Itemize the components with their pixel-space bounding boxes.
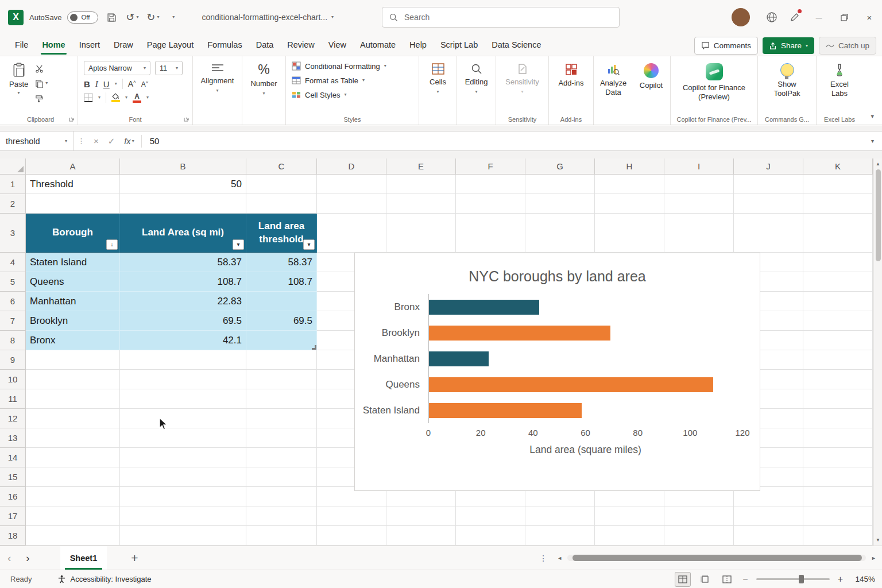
cells-button[interactable]: Cells ▾	[419, 56, 457, 125]
cell-K13[interactable]	[803, 428, 873, 448]
prev-sheet-icon[interactable]: ‹	[0, 552, 18, 563]
bold-button[interactable]: B	[84, 79, 90, 89]
cell-K7[interactable]	[803, 311, 873, 331]
minimize-button[interactable]: ─	[806, 0, 831, 34]
conditional-formatting-button[interactable]: Conditional Formatting ▾	[292, 61, 415, 71]
cell-I17[interactable]	[664, 506, 734, 526]
cell-C14[interactable]	[246, 448, 317, 467]
row-header-8[interactable]: 8	[0, 331, 26, 350]
cell-K17[interactable]	[803, 506, 873, 526]
row-header-14[interactable]: 14	[0, 448, 26, 467]
collapse-ribbon-chevron-icon[interactable]: ▾	[871, 113, 874, 120]
cell-A12[interactable]	[26, 409, 120, 428]
cell-I3[interactable]	[664, 214, 734, 253]
col-header-K[interactable]: K	[803, 158, 873, 175]
zoom-slider[interactable]	[756, 578, 830, 580]
col-header-E[interactable]: E	[386, 158, 456, 175]
col-header-F[interactable]: F	[456, 158, 525, 175]
tab-help[interactable]: Help	[403, 34, 434, 56]
row-header-17[interactable]: 17	[0, 506, 26, 526]
cell-K15[interactable]	[803, 467, 873, 487]
underline-chevron-icon[interactable]: ▾	[115, 82, 117, 86]
cell-B6[interactable]: 22.83	[120, 292, 246, 311]
alignment-button[interactable]: Alignment ▾	[193, 56, 242, 125]
normal-view-icon[interactable]	[675, 572, 691, 587]
cell-C11[interactable]	[246, 389, 317, 409]
row-header-16[interactable]: 16	[0, 487, 26, 506]
cell-B15[interactable]	[120, 467, 246, 487]
col-header-J[interactable]: J	[734, 158, 803, 175]
underline-button[interactable]: U	[103, 79, 110, 89]
chart-bar-brooklyn[interactable]	[429, 326, 610, 341]
vertical-scroll-thumb[interactable]	[876, 169, 881, 261]
cell-C5[interactable]: 108.7	[246, 272, 317, 292]
cell-B8[interactable]: 42.1	[120, 331, 246, 350]
insert-function-icon[interactable]: fx▾	[119, 137, 138, 146]
row-header-12[interactable]: 12	[0, 409, 26, 428]
analyze-data-button[interactable]: Analyze Data	[594, 56, 633, 125]
chart-bar-staten-island[interactable]	[429, 403, 582, 418]
grow-font-button[interactable]: A˄	[128, 79, 136, 88]
cell-A9[interactable]	[26, 350, 120, 370]
table-resize-handle[interactable]	[312, 345, 316, 350]
formula-input[interactable]: 50	[144, 136, 871, 146]
cell-K11[interactable]	[803, 389, 873, 409]
cell-A6[interactable]: Manhattan	[26, 292, 120, 311]
cut-icon[interactable]	[35, 63, 48, 74]
cell-K14[interactable]	[803, 448, 873, 467]
col-header-G[interactable]: G	[525, 158, 595, 175]
cell-K9[interactable]	[803, 350, 873, 370]
cell-B10[interactable]	[120, 370, 246, 389]
expand-formula-bar-chevron-icon[interactable]: ▾	[871, 138, 882, 144]
borders-icon[interactable]	[84, 93, 93, 102]
cell-C16[interactable]	[246, 487, 317, 506]
scroll-down-icon[interactable]: ▼	[876, 535, 880, 546]
cell-E18[interactable]	[386, 526, 456, 546]
cell-K5[interactable]	[803, 272, 873, 292]
row-header-10[interactable]: 10	[0, 370, 26, 389]
chart[interactable]: NYC boroughs by land area BronxBrooklynM…	[354, 253, 760, 491]
cell-H3[interactable]	[595, 214, 664, 253]
filter-icon[interactable]: ▾	[233, 239, 244, 250]
cell-C3[interactable]: Land area threshold▾	[246, 214, 317, 253]
cell-C12[interactable]	[246, 409, 317, 428]
font-color-chevron-icon[interactable]: ▾	[146, 95, 149, 100]
font-color-icon[interactable]: A	[133, 93, 141, 103]
cell-K1[interactable]	[803, 175, 873, 194]
page-break-view-icon[interactable]	[719, 572, 734, 586]
cell-H17[interactable]	[595, 506, 664, 526]
addins-button[interactable]: Add-ins	[549, 56, 593, 125]
tab-home[interactable]: Home	[35, 34, 72, 56]
share-button[interactable]: Share ▾	[763, 37, 814, 54]
cell-G1[interactable]	[525, 175, 595, 194]
format-as-table-button[interactable]: Format as Table ▾	[292, 76, 415, 85]
cell-A15[interactable]	[26, 467, 120, 487]
cell-K2[interactable]	[803, 194, 873, 214]
cell-K18[interactable]	[803, 526, 873, 546]
cell-D3[interactable]	[317, 214, 386, 253]
cell-I18[interactable]	[664, 526, 734, 546]
cell-C8[interactable]	[246, 331, 317, 350]
cell-C4[interactable]: 58.37	[246, 253, 317, 272]
row-header-1[interactable]: 1	[0, 175, 26, 194]
number-button[interactable]: % Number ▾	[242, 56, 285, 125]
cell-I1[interactable]	[664, 175, 734, 194]
accessibility-status[interactable]: Accessibility: Investigate	[57, 575, 152, 583]
cell-A13[interactable]	[26, 428, 120, 448]
cell-J18[interactable]	[734, 526, 803, 546]
cell-A18[interactable]	[26, 526, 120, 546]
scroll-up-icon[interactable]: ▲	[876, 158, 880, 169]
undo-chevron-icon[interactable]: ▾	[136, 15, 138, 20]
cell-A8[interactable]: Bronx	[26, 331, 120, 350]
row-header-11[interactable]: 11	[0, 389, 26, 409]
cell-B9[interactable]	[120, 350, 246, 370]
cell-B1[interactable]: 50	[120, 175, 246, 194]
cell-A1[interactable]: Threshold	[26, 175, 120, 194]
fill-color-icon[interactable]	[111, 93, 120, 102]
tab-page-layout[interactable]: Page Layout	[140, 34, 200, 56]
name-box[interactable]: threshold ▾	[0, 131, 74, 150]
font-dialog-launcher-icon[interactable]	[184, 116, 189, 122]
tab-automate[interactable]: Automate	[353, 34, 403, 56]
cell-B17[interactable]	[120, 506, 246, 526]
cell-C7[interactable]: 69.5	[246, 311, 317, 331]
